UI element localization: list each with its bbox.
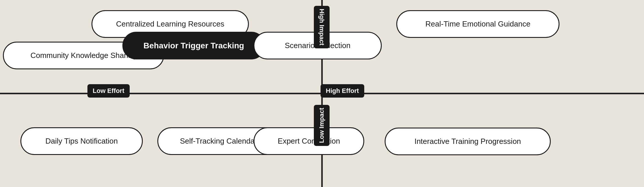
daily-tips-card: Daily Tips Notification	[20, 127, 143, 155]
real-time-emotional-card: Real-Time Emotional Guidance	[396, 10, 559, 38]
behavior-trigger-card: Behavior Trigger Tracking	[122, 32, 265, 59]
low-impact-label: Low Impact	[314, 105, 330, 146]
expert-connection-card: Expert Connection	[254, 127, 364, 155]
interactive-training-card: Interactive Training Progression	[385, 128, 551, 155]
low-effort-label: Low Effort	[87, 84, 130, 98]
high-effort-label: High Effort	[321, 84, 364, 98]
high-impact-label: High Impact	[314, 6, 330, 48]
